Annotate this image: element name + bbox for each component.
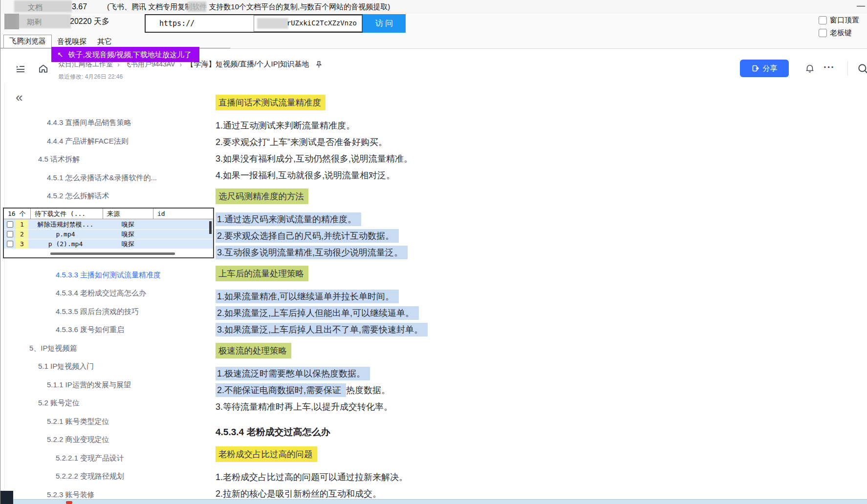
pin-top-label: 窗口顶置 [830,16,859,25]
boss-key-label: 老板键 [830,28,852,38]
doc-title: 【学海】短视频/直播/个人IP|知识基地 [186,60,309,69]
selected-text: 1.极速流泛时需要憋单以保热度数据。 [216,367,370,380]
boss-key-option: 老板键 [819,28,852,38]
home-icon[interactable] [38,63,49,74]
file-name: p (2).mp4 [28,240,103,248]
notifications-bell-icon[interactable] [804,63,815,74]
header-divider [847,61,848,76]
share-button[interactable]: 分享 [740,60,789,77]
row-number: 2 [16,230,28,239]
download-list-panel: 16 个待下载文件 (...来源id 1解除违规封禁模...嗅探2p.mp4嗅探… [3,208,214,258]
blur-overlay [257,18,288,29]
more-menu-icon[interactable]: ··· [824,62,835,73]
download-column-header: 待下载文件 (... [31,209,103,219]
outline-toggle-icon[interactable] [15,63,26,74]
download-column-header: 来源 [103,209,153,219]
taskbar-corner [0,491,13,504]
outline-item[interactable]: 4.5.2 怎么拆解话术 [5,187,216,205]
taskbar-app-icon [66,501,72,504]
url-value: https:// [159,19,195,28]
doc-body: « 4.4.3 直播间单品销售策略4.4.4 产品讲解FACE法则4.5 话术拆… [0,83,867,504]
outline-item[interactable]: 4.4.3 直播间单品销售策略 [5,113,216,132]
minimize-icon[interactable]: — [857,1,865,11]
doc-paragraph: 2.如果流量泛,上车后掉人但能出单,可以继续逼单。 [216,305,753,321]
outline-list: 4.4.3 直播间单品销售策略4.4.4 产品讲解FACE法则4.5 话术拆解4… [5,113,216,504]
blur-overlay [14,0,72,12]
doc-content: 直播间话术测试流量精准度1.通过互动测试来判断流量精准度。2.要求观众打“上车”… [216,83,753,504]
download-list-body: 1解除违规封禁模...嗅探2p.mp4嗅探3p (2).mp4嗅探 [4,220,213,249]
outline-item[interactable]: 5.2.2 商业变现定位 [5,430,216,449]
row-number: 1 [16,220,28,229]
last-modified: 最近修改: 4月26日 22:46 [58,73,123,81]
extension-description: (飞书、腾讯 文档专用复制软件 支持数10个文档平台的复制,与数百个网站的音视频… [107,2,390,12]
file-source: 嗅探 [103,230,153,239]
blur-overlay [188,1,206,12]
token-value: rUZxkiC2TcXZzVnzo [287,19,357,27]
doc-count-value: 3.67 [72,2,87,11]
row-checkbox[interactable] [7,241,13,247]
doc-paragraph: 3.如果没有福利成分,互动仍然很多,说明流量精准。 [216,150,753,167]
doc-paragraph: 4.如果一报福利,互动就很多,说明流量相对泛。 [216,167,753,184]
outline-item[interactable]: 4.5.3.6 废号如何重启 [5,320,216,339]
outline-sidebar: « 4.4.3 直播间单品销售策略4.4.4 产品讲解FACE法则4.5 话术拆… [4,83,216,504]
pin-top-checkbox[interactable] [819,16,827,24]
taskbar-edge [0,499,867,504]
sniffer-tooltip[interactable]: ↖铁子,发现音频/视频,下载地址放这儿了 [51,47,199,62]
selected-text: 3.互动很多说明流量精准,互动很少说明流量泛。 [216,246,408,259]
share-icon [752,64,759,72]
download-row[interactable]: 1解除违规封禁模...嗅探 [4,220,213,229]
outline-item[interactable]: 5.2 账号定位 [5,394,216,412]
outline-item[interactable]: 4.5.3.4 老粉成交过高怎么办 [5,284,216,302]
visit-button[interactable]: 访 问 [363,14,406,33]
selected-text: 1.通过选尺码来测试流量的精准度。 [216,212,361,226]
outline-item[interactable]: 5、IP短视频篇 [5,339,216,357]
vertical-scrollbar-thumb[interactable] [209,221,212,234]
doc-paragraph: 2.不能保证电商数据时,需要保证热度数据。 [216,382,753,399]
collapse-sidebar-icon[interactable]: « [16,90,22,105]
row-number: 3 [16,239,28,249]
outline-item[interactable]: 5.1.1 IP运营的发展与展望 [5,376,216,394]
doc-paragraph: 2.要求观众选择自己的尺码,并统计互动数据。 [216,228,753,244]
outline-item[interactable]: 5.2.2.2 变现路径规划 [5,467,216,485]
doc-highlight-heading: 选尺码测精准度的方法 [216,189,308,204]
outline-item[interactable]: 5.1 IP短视频入门 [5,357,216,376]
horizontal-scrollbar-thumb[interactable] [50,252,175,255]
doc-highlight-heading: 极速流的处理策略 [216,343,291,358]
doc-paragraph: 2.要求观众打“上车”来测试是否准备好购买。 [216,134,753,150]
selected-text: 2.如果流量泛,上车后掉人但能出单,可以继续逼单。 [216,306,419,320]
plain-text: 热度数据。 [346,385,390,395]
doc-highlight-heading: 老粉成交占比过高的问题 [216,446,317,462]
doc-paragraph: 1.老粉成交占比过高的问题可以通过拉新来解决。 [216,469,753,485]
doc-paragraph: 1.通过互动测试来判断流量精准度。 [216,117,753,134]
outline-item[interactable]: 5.2.2.1 变现产品设计 [5,449,216,467]
download-row[interactable]: 2p.mp4嗅探 [4,230,213,239]
outline-item[interactable]: 4.5 话术拆解 [5,150,216,168]
token-input[interactable]: rUZxkiC2TcXZzVnzo [254,15,362,32]
download-row[interactable]: 3p (2).mp4嗅探 [4,239,213,249]
outline-item[interactable]: 5.2.1 账号类型定位 [5,412,216,431]
outline-item[interactable]: 4.5.3.5 跟后台演戏的技巧 [5,302,216,321]
share-label: 分享 [763,64,778,73]
doc-section-heading: 4.5.3.4 老粉成交过高怎么办 [216,424,334,441]
extension-panel: 文档 3.67 (飞书、腾讯 文档专用复制软件 支持数10个文档平台的复制,与数… [0,0,867,49]
doc-paragraph: 3.如果流量泛,上车后掉人且出不了单,需要快速封单。 [216,321,753,338]
doc-paragraph: 3.等待流量精准时再上车,以提升成交转化率。 [216,399,753,415]
file-source: 嗅探 [103,240,153,249]
outline-item[interactable]: 4.4.4 产品讲解FACE法则 [5,132,216,150]
row-checkbox[interactable] [7,221,13,228]
search-icon[interactable] [857,63,867,75]
selected-text: 2.不能保证电商数据时,需要保证 [216,383,346,397]
download-column-header: id [153,209,211,219]
row-checkbox[interactable] [7,231,13,237]
boss-key-checkbox[interactable] [819,29,827,37]
pin-icon[interactable] [315,61,323,68]
blur-overlay [16,14,71,28]
pin-top-option: 窗口顶置 [819,16,859,25]
outline-item[interactable]: 4.5.1 怎么录播话术&录播软件的... [5,168,216,187]
doc-paragraph: 1.通过选尺码来测试流量的精准度。 [216,211,753,228]
expiry-value: 20220 天多 [70,17,109,27]
arrow-up-left-icon: ↖ [57,50,64,59]
outline-item[interactable]: 4.5.3.3 主播如何测试流量精准度 [5,266,216,284]
extension-tab[interactable]: 飞腾浏览器 [3,35,52,49]
doc-paragraph: 1.如果流量精准,可以继续逼单并拉长单时间。 [216,288,753,305]
